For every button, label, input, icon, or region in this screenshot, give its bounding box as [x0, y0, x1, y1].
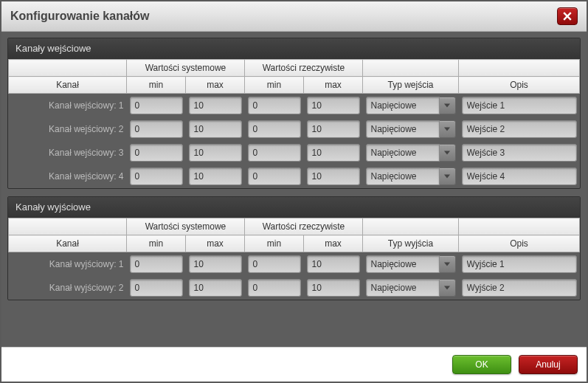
sys-max-field[interactable] [189, 279, 242, 297]
real-min-input[interactable] [253, 124, 296, 134]
sys-min-input[interactable] [135, 259, 178, 269]
real-min-field[interactable] [248, 97, 301, 114]
real-max-field[interactable] [307, 120, 360, 138]
input-rows-body: Kanał wejściowy: 1NapięcioweKanał wejści… [9, 94, 580, 189]
header-desc: Opis [459, 77, 580, 94]
type-select[interactable]: Napięciowe [366, 97, 456, 114]
chevron-down-icon [444, 262, 450, 266]
sys-max-input[interactable] [194, 283, 237, 293]
header-sys-max: max [186, 235, 245, 252]
sys-min-field[interactable] [130, 168, 183, 185]
channel-label: Kanał wejściowy: 4 [9, 165, 127, 188]
sys-min-field[interactable] [130, 97, 183, 114]
channel-label: Kanał wejściowy: 1 [9, 94, 127, 118]
real-min-field[interactable] [248, 279, 301, 297]
real-min-field[interactable] [248, 120, 301, 138]
close-button[interactable] [557, 7, 578, 25]
dialog-body: Kanały wejściowe Wartości systemowe Wart… [1, 32, 587, 347]
type-select[interactable]: Napięciowe [366, 279, 456, 297]
header-sys-min: min [127, 235, 186, 252]
header-real-max: max [304, 235, 363, 252]
real-max-input[interactable] [312, 100, 355, 111]
sys-max-input[interactable] [194, 124, 237, 134]
dialog-title: Konfigurowanie kanałów [10, 10, 149, 23]
type-select[interactable]: Napięciowe [366, 255, 456, 273]
cancel-button[interactable]: Anuluj [519, 355, 578, 374]
sys-min-input[interactable] [135, 148, 178, 158]
header-real-min: min [245, 77, 304, 94]
real-min-field[interactable] [248, 168, 301, 185]
dropdown-button[interactable] [440, 168, 456, 185]
real-min-input[interactable] [253, 283, 296, 293]
chevron-down-icon [444, 103, 450, 108]
input-table: Wartości systemowe Wartości rzeczywiste … [8, 59, 580, 188]
dialog-header: Konfigurowanie kanałów [1, 1, 587, 32]
real-max-input[interactable] [312, 259, 355, 269]
type-select[interactable]: Napięciowe [366, 144, 456, 162]
real-min-input[interactable] [253, 171, 296, 182]
sys-max-field[interactable] [189, 120, 242, 138]
chevron-down-icon [444, 174, 450, 179]
description-field[interactable] [462, 255, 577, 273]
output-table: Wartości systemowe Wartości rzeczywiste … [8, 218, 580, 300]
description-field[interactable] [462, 144, 577, 162]
description-field[interactable] [462, 168, 577, 185]
sys-min-field[interactable] [130, 144, 183, 162]
sys-max-field[interactable] [189, 255, 242, 273]
type-select[interactable]: Napięciowe [366, 120, 456, 138]
description-input[interactable] [467, 283, 572, 293]
dropdown-button[interactable] [440, 120, 456, 138]
description-input[interactable] [467, 259, 572, 269]
real-min-input[interactable] [253, 100, 296, 111]
header-real-min: min [245, 235, 304, 252]
description-field[interactable] [462, 279, 577, 297]
real-max-field[interactable] [307, 168, 360, 185]
dropdown-button[interactable] [440, 255, 456, 273]
ok-button[interactable]: OK [452, 355, 511, 374]
sys-max-input[interactable] [194, 259, 237, 269]
real-max-input[interactable] [312, 171, 355, 182]
sys-max-field[interactable] [189, 97, 242, 114]
sys-max-field[interactable] [189, 168, 242, 185]
table-header-row-2: Kanał min max min max Typ wejścia Opis [9, 77, 580, 94]
sys-min-field[interactable] [130, 255, 183, 273]
real-min-input[interactable] [253, 259, 296, 269]
description-field[interactable] [462, 120, 577, 138]
sys-min-input[interactable] [135, 100, 178, 111]
real-max-input[interactable] [312, 124, 355, 134]
sys-max-input[interactable] [194, 171, 237, 182]
output-rows-body: Kanał wyjściowy: 1NapięcioweKanał wyjści… [9, 252, 580, 300]
description-input[interactable] [467, 171, 572, 182]
type-select-value: Napięciowe [366, 144, 440, 162]
dropdown-button[interactable] [440, 144, 456, 162]
sys-max-field[interactable] [189, 144, 242, 162]
description-field[interactable] [462, 97, 577, 114]
header-real-max: max [304, 77, 363, 94]
real-max-field[interactable] [307, 279, 360, 297]
channel-label: Kanał wyjściowy: 2 [9, 276, 127, 300]
dropdown-button[interactable] [440, 97, 456, 114]
sys-min-field[interactable] [130, 279, 183, 297]
table-header-row-1: Wartości systemowe Wartości rzeczywiste [9, 218, 580, 235]
description-input[interactable] [467, 100, 572, 111]
header-system-values: Wartości systemowe [127, 60, 245, 77]
real-max-field[interactable] [307, 144, 360, 162]
sys-min-input[interactable] [135, 124, 178, 134]
real-min-input[interactable] [253, 148, 296, 158]
sys-max-input[interactable] [194, 100, 237, 111]
type-select[interactable]: Napięciowe [366, 168, 456, 185]
dropdown-button[interactable] [440, 279, 456, 297]
description-input[interactable] [467, 124, 572, 134]
real-max-field[interactable] [307, 255, 360, 273]
real-min-field[interactable] [248, 144, 301, 162]
table-row: Kanał wyjściowy: 2Napięciowe [9, 276, 580, 300]
sys-min-field[interactable] [130, 120, 183, 138]
description-input[interactable] [467, 148, 572, 158]
sys-min-input[interactable] [135, 171, 178, 182]
real-max-input[interactable] [312, 148, 355, 158]
sys-min-input[interactable] [135, 283, 178, 293]
real-max-field[interactable] [307, 97, 360, 114]
sys-max-input[interactable] [194, 148, 237, 158]
real-min-field[interactable] [248, 255, 301, 273]
real-max-input[interactable] [312, 283, 355, 293]
